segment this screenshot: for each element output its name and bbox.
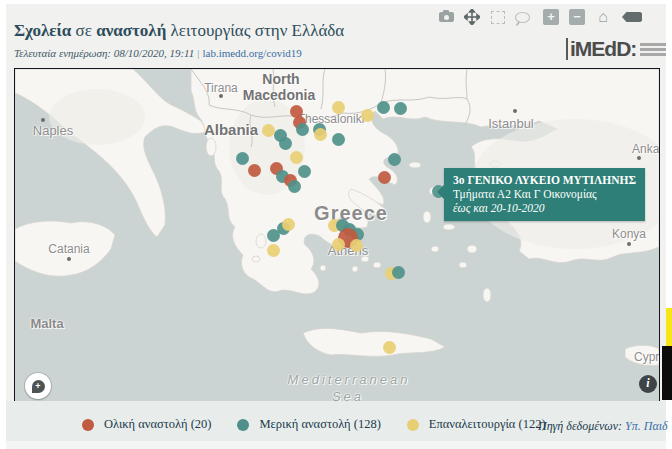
lasso-glyph [515,12,530,23]
brand-tag-button[interactable] [622,8,642,26]
plus-icon: + [543,9,559,25]
zoom-out-button[interactable]: − [567,8,587,26]
school-marker-reopen[interactable] [361,109,374,122]
logo-wordmark: iMEdD [570,37,630,61]
school-marker-reopen[interactable] [314,128,327,141]
legend-item-full[interactable]: Ολική αναστολή (20) [82,417,211,432]
data-source-label: Πηγή δεδομένων: [538,419,622,433]
school-marker-partial[interactable] [267,229,280,242]
logo-bar [566,38,568,60]
legend-label-full: Ολική αναστολή (20) [104,417,211,432]
data-source-link[interactable]: Υπ. Παιδ [625,419,668,433]
box-select-icon[interactable] [488,8,508,26]
clipped-widget-yellow [666,308,672,346]
covid19-link[interactable]: lab.imedd.org/covid19 [202,47,301,59]
legend-item-partial[interactable]: Μερική αναστολή (128) [237,417,380,432]
city-dot [637,156,641,160]
school-marker-partial[interactable] [332,133,345,146]
home-button[interactable]: ⌂ [593,8,613,26]
title-normal-2: λειτουργίας στην Ελλάδα [171,21,345,40]
tooltip-until-date: έως και 20-10-2020 [453,201,636,215]
data-source: Πηγή δεδομένων: Υπ. Παιδ [538,419,668,434]
tooltip-detail: Τμήματα Α2 Και Γ Οικονομίας [453,187,636,201]
legend-label-reopen: Επαναλειτουργία (122) [429,417,546,432]
title-bold-2: αναστολή [96,21,170,40]
brand-tag-icon [622,12,642,22]
school-marker-partial[interactable] [279,137,292,150]
last-updated: Τελευταία ενημέρωση: 08/10/2020, 19:11|l… [14,47,302,59]
legend-dot-reopen [407,419,419,431]
city-dot [513,109,517,113]
school-marker-reopen[interactable] [383,341,396,354]
school-marker-reopen[interactable] [332,101,345,114]
tooltip-school-name: 3ο ΓΕΝΙΚΟ ΛΥΚΕΙΟ ΜΥΤΙΛΗΝΗΣ [453,173,636,187]
title-normal-1: σε [76,21,97,40]
legend-dot-partial [237,419,249,431]
school-marker-partial[interactable] [388,153,401,166]
school-marker-partial[interactable] [377,101,390,114]
school-marker-partial[interactable] [288,180,301,193]
city-dot [41,118,45,122]
locate-pin-icon: + [32,380,45,393]
last-updated-text: Τελευταία ενημέρωση: 08/10/2020, 19:11 [14,47,194,59]
separator: | [197,47,199,59]
city-dot [627,242,631,246]
map-tooltip: 3ο ΓΕΝΙΚΟ ΛΥΚΕΙΟ ΜΥΤΙΛΗΝΗΣ Τμήματα Α2 Κα… [444,168,645,221]
minus-icon: − [569,9,585,25]
basemap [15,69,659,402]
logo-colon: : [630,37,636,61]
title-bold-1: Σχολεία [14,21,76,40]
lasso-select-icon[interactable] [512,8,532,26]
zoom-in-button[interactable]: + [541,8,561,26]
school-marker-reopen[interactable] [267,244,280,257]
school-marker-partial[interactable] [298,165,311,178]
school-marker-full[interactable] [378,171,391,184]
school-marker-reopen[interactable] [290,151,303,164]
home-icon: ⌂ [598,9,608,25]
info-button[interactable]: i [639,375,657,393]
legend: Ολική αναστολή (20) Μερική αναστολή (128… [82,417,572,432]
pan-icon[interactable] [462,8,482,26]
school-marker-partial[interactable] [236,152,249,165]
app-frame: + − ⌂ Σχολεία σε αναστολή λειτουργίας στ… [6,4,666,449]
map-canvas[interactable]: NaplesTiranaNorthMacedoniaAlbaniaThessal… [14,68,660,403]
school-marker-full[interactable] [248,164,261,177]
legend-item-reopen[interactable]: Επαναλειτουργία (122) [407,417,546,432]
school-marker-reopen[interactable] [332,238,345,251]
school-marker-reopen[interactable] [350,239,363,252]
school-marker-partial[interactable] [392,266,405,279]
locate-button[interactable]: + [25,373,51,399]
pan-arrows-glyph [464,9,480,25]
legend-dot-full [82,419,94,431]
camera-icon[interactable] [436,8,456,26]
school-marker-reopen[interactable] [282,218,295,231]
footer-strip-2 [6,441,666,449]
imedd-logo[interactable]: iMEdD : [566,37,666,61]
school-marker-partial[interactable] [296,123,309,136]
clipped-widget-dark [662,346,672,400]
school-marker-reopen[interactable] [262,124,275,137]
box-select-glyph [491,11,505,24]
camera-glyph [439,12,454,22]
city-dot [219,94,223,98]
city-dot [67,257,71,261]
legend-label-partial: Μερική αναστολή (128) [259,417,380,432]
school-marker-partial[interactable] [394,102,407,115]
page-title: Σχολεία σε αναστολή λειτουργίας στην Ελλ… [14,21,344,41]
logo-tagline-lines [640,43,666,56]
